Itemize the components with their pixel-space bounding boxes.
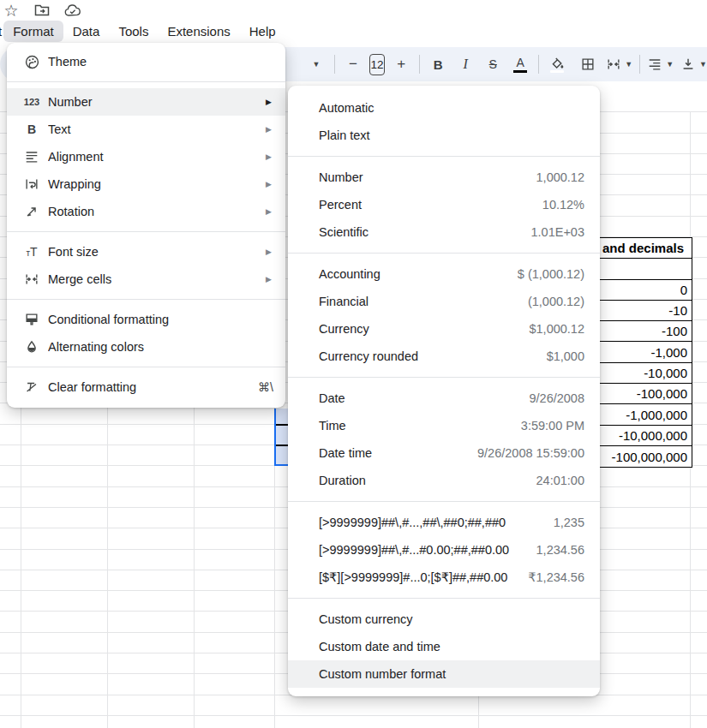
menubar-item-extensions[interactable]: Extensions [158, 21, 239, 42]
format-menu-item-merge-cells[interactable]: Merge cells▶ [7, 266, 285, 293]
option-example-value: 1,234.56 [536, 543, 584, 557]
vertical-align-button[interactable]: ▼ [680, 52, 707, 76]
fill-color-button[interactable] [546, 52, 568, 76]
chevron-down-icon: ▼ [666, 61, 674, 69]
menu-item-label: Rotation [48, 205, 266, 218]
submenu-arrow-icon: ▶ [266, 275, 272, 283]
number-format-option-custom-currency[interactable]: Custom currency [288, 606, 600, 633]
option-label: [>9999999]##\,#...#0.00;##,##0.00 [319, 543, 528, 557]
conditional-formatting-icon [22, 310, 41, 329]
number-format-option-custom-number-format[interactable]: Custom number format [288, 660, 600, 688]
format-menu-item-clear-formatting[interactable]: Clear formatting⌘\ [7, 373, 285, 401]
menu-item-shortcut: ⌘\ [258, 380, 273, 394]
number-123-icon: 123 [22, 92, 41, 111]
borders-button[interactable] [577, 52, 599, 76]
number-format-option-plain-text[interactable]: Plain text [288, 122, 600, 149]
number-format-option-date-time[interactable]: Date time9/26/2008 15:59:00 [288, 439, 600, 467]
number-format-option-accounting[interactable]: Accounting$ (1,000.12) [288, 260, 600, 288]
number-format-option-scientific[interactable]: Scientific1.01E+03 [288, 218, 600, 246]
cloud-check-icon[interactable] [63, 1, 82, 20]
quick-access-bar: ☆ [2, 1, 82, 20]
horizontal-align-icon [647, 57, 662, 72]
format-menu-item-wrapping[interactable]: Wrapping▶ [7, 170, 285, 198]
font-size-input[interactable]: 12 [369, 54, 385, 75]
option-label: Financial [319, 295, 519, 308]
option-example-value: 1.01E+03 [531, 225, 585, 239]
number-format-option-currency-rounded[interactable]: Currency rounded$1,000 [288, 343, 600, 370]
option-example-value: 9/26/2008 [529, 391, 584, 405]
format-menu-item-font-size[interactable]: тTFont size▶ [7, 238, 285, 266]
menu-item-label: Alignment [48, 150, 266, 164]
number-format-option-9999999-0-0-00[interactable]: [$₹][>9999999]#...0;[$₹]##,##0.00₹1,234.… [288, 564, 600, 591]
option-example-value: $ (1,000.12) [518, 267, 584, 281]
format-menu: Theme123Number▶BText▶Alignment▶Wrapping▶… [7, 43, 285, 408]
format-menu-item-alignment[interactable]: Alignment▶ [7, 143, 285, 170]
menu-divider [288, 598, 600, 599]
submenu-arrow-icon: ▶ [266, 207, 272, 216]
increase-font-size-button[interactable]: + [390, 52, 412, 76]
option-example-value: $1,000 [547, 349, 584, 363]
star-icon[interactable]: ☆ [2, 1, 21, 20]
font-size-icon: тT [22, 242, 41, 261]
number-format-option-financial[interactable]: Financial(1,000.12) [288, 288, 600, 315]
italic-button[interactable]: I [454, 52, 476, 76]
number-format-option-automatic[interactable]: Automatic [288, 94, 600, 122]
text-color-icon: A [513, 57, 527, 73]
format-menu-item-rotation[interactable]: Rotation▶ [7, 198, 285, 225]
menu-divider [7, 81, 285, 82]
number-format-option-9999999-0-0[interactable]: [>9999999]##\,#...,##\,##0;##,##01,235 [288, 509, 600, 536]
option-label: Scientific [319, 225, 523, 239]
menu-divider [288, 253, 600, 254]
menu-item-label: Clear formatting [48, 380, 258, 394]
option-example-value: 24:01:00 [536, 474, 584, 487]
menu-divider [288, 377, 600, 378]
menu-divider [288, 501, 600, 502]
menu-bar: tFormatDataToolsExtensionsHelp [0, 20, 285, 42]
option-label: Date [319, 391, 520, 405]
merge-cells-icon [606, 57, 621, 72]
format-menu-item-number[interactable]: 123Number▶ [7, 88, 285, 116]
text-color-button[interactable]: A [509, 52, 531, 76]
option-example-value: (1,000.12) [528, 295, 584, 308]
option-label: Currency [319, 322, 520, 336]
italic-icon: I [464, 57, 468, 72]
number-format-option-duration[interactable]: Duration24:01:00 [288, 467, 600, 494]
option-label: Accounting [319, 267, 509, 281]
format-menu-item-text[interactable]: BText▶ [7, 116, 285, 143]
plus-icon: + [397, 56, 405, 73]
number-format-option-time[interactable]: Time3:59:00 PM [288, 412, 600, 439]
menubar-item-format[interactable]: Format [3, 21, 63, 42]
selection-range [274, 409, 288, 466]
toolbar-divider [419, 55, 420, 74]
font-dropdown-caret[interactable]: ▼ [305, 52, 327, 76]
folder-move-icon[interactable] [33, 1, 51, 20]
strikethrough-button[interactable]: S [482, 52, 504, 76]
format-menu-item-conditional-formatting[interactable]: Conditional formatting [7, 306, 285, 333]
number-format-option-date[interactable]: Date9/26/2008 [288, 385, 600, 412]
submenu-arrow-icon: ▶ [266, 152, 272, 161]
menu-divider [288, 156, 600, 157]
number-format-option-9999999-0-00-0-00[interactable]: [>9999999]##\,#...#0.00;##,##0.001,234.5… [288, 536, 600, 564]
format-menu-item-alternating-colors[interactable]: Alternating colors [7, 333, 285, 361]
number-format-option-percent[interactable]: Percent10.12% [288, 191, 600, 218]
horizontal-align-button[interactable]: ▼ [647, 52, 674, 76]
decrease-font-size-button[interactable]: − [342, 52, 364, 76]
minus-icon: − [349, 56, 357, 73]
menubar-item-tools[interactable]: Tools [109, 21, 158, 42]
menubar-item-data[interactable]: Data [63, 21, 110, 42]
menu-divider [7, 367, 285, 367]
menu-item-label: Text [48, 122, 266, 136]
number-format-option-custom-date-and-time[interactable]: Custom date and time [288, 633, 600, 660]
merge-cells-icon [22, 270, 41, 289]
bold-button[interactable]: B [427, 52, 449, 76]
menu-divider [7, 231, 285, 232]
vertical-align-icon [680, 57, 696, 72]
merge-cells-button[interactable]: ▼ [606, 52, 632, 76]
number-format-option-number[interactable]: Number1,000.12 [288, 164, 600, 191]
number-format-option-currency[interactable]: Currency$1,000.12 [288, 315, 600, 343]
submenu-arrow-icon: ▶ [266, 248, 272, 256]
menubar-item-help[interactable]: Help [240, 21, 285, 42]
option-label: Currency rounded [319, 349, 538, 363]
format-menu-item-theme[interactable]: Theme [7, 48, 285, 75]
option-example-value: ₹1,234.56 [528, 570, 584, 584]
